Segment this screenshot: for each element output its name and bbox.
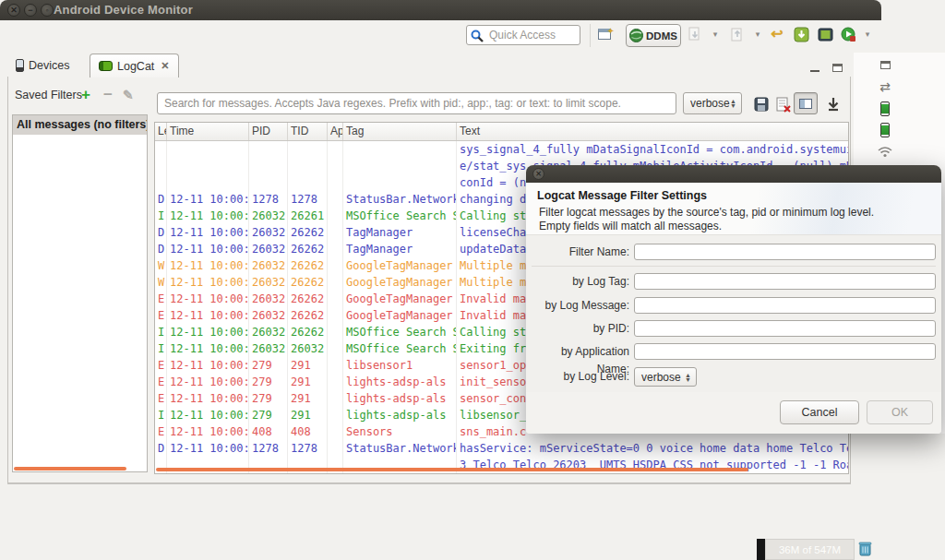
device-icon[interactable] <box>875 121 895 139</box>
screen-capture-icon[interactable] <box>817 26 833 42</box>
log-cell-time: 12-11 10:00: <box>167 191 249 208</box>
log-cell-app <box>328 257 343 274</box>
dialog-titlebar[interactable]: ✕ <box>526 165 941 183</box>
quick-access-box[interactable] <box>466 25 580 45</box>
log-cell-tag: lights-adsp-als <box>343 407 457 423</box>
filters-hscrollbar[interactable] <box>14 467 126 471</box>
dialog-input-by-log-message[interactable] <box>634 297 936 314</box>
window-titlebar[interactable]: ✕ − ◦ Android Device Monitor <box>0 0 881 20</box>
log-cell-tag: StatusBar.Network <box>343 191 457 208</box>
ok-button[interactable]: OK <box>867 400 933 424</box>
log-cell-pid: 1278 <box>249 191 288 208</box>
column-header-le[interactable]: Le <box>155 123 167 140</box>
device-icon[interactable] <box>875 100 895 118</box>
log-search-box[interactable] <box>157 92 676 114</box>
minimize-view-icon[interactable] <box>810 59 823 70</box>
tab-logcat-label: LogCat <box>117 60 154 73</box>
network-icon[interactable] <box>875 143 895 161</box>
dialog-log-level-combo[interactable]: verbose▲▼ <box>634 367 697 387</box>
column-header-text[interactable]: Text <box>457 123 848 140</box>
window-minimize-icon[interactable]: − <box>24 4 37 17</box>
log-cell-time <box>167 141 249 158</box>
chevron-down-icon[interactable]: ▾ <box>859 26 876 42</box>
log-row[interactable]: D12-11 10:00:12781278StatusBar.Networkha… <box>155 440 848 457</box>
saved-filters-list[interactable]: All messages (no filters) <box>12 114 148 472</box>
log-cell-app <box>328 158 343 174</box>
log-cell-tag <box>343 158 457 174</box>
run-lint-icon[interactable] <box>840 26 856 42</box>
log-cell-pid: 26032 <box>249 241 288 257</box>
clear-log-icon[interactable] <box>773 94 794 114</box>
log-cell-time: 12-11 10:00: <box>167 340 249 357</box>
edit-filter-button[interactable]: ✎ <box>123 88 134 102</box>
log-cell-pid: 26032 <box>249 257 288 274</box>
tab-close-icon[interactable]: ✕ <box>161 60 169 72</box>
log-cell-time: 12-11 10:00: <box>167 224 249 241</box>
main-toolbar: ✦ DDMS ▾ ▾ ↩ ▾ <box>0 20 881 52</box>
log-cell-time <box>167 174 249 191</box>
log-cell-pid: 279 <box>249 390 288 407</box>
column-header-ap[interactable]: Ap <box>328 123 343 140</box>
window-close-icon[interactable]: ✕ <box>7 4 20 17</box>
save-log-icon[interactable] <box>751 94 772 114</box>
back-arrow-icon[interactable]: ↩ <box>769 26 785 42</box>
logcat-icon <box>99 61 113 71</box>
remove-filter-button[interactable]: − <box>103 86 113 104</box>
threads-icon[interactable]: ⇄ <box>875 77 895 96</box>
dialog-field-label: by Log Message: <box>526 297 629 315</box>
log-cell-app <box>328 340 343 357</box>
dialog-description: Filter logcat messages by the source's t… <box>539 206 874 233</box>
log-cell-app <box>328 407 343 423</box>
log-cell-time: 12-11 10:00: <box>167 241 249 257</box>
log-cell-tag: MSOffice Search S <box>343 208 457 224</box>
tab-devices[interactable]: Devices <box>7 54 78 77</box>
window-maximize-icon[interactable]: ◦ <box>41 4 54 17</box>
log-cell-time: 12-11 10:00: <box>167 307 249 324</box>
log-cell-lvl: I <box>155 208 167 224</box>
log-level-combo[interactable]: verbose ▲▼ <box>683 92 742 114</box>
log-hscrollbar[interactable] <box>156 468 748 471</box>
log-cell-app <box>328 274 343 291</box>
add-filter-button[interactable]: + <box>81 86 90 104</box>
log-table-header[interactable]: LeTimePIDTIDApTagText <box>155 123 848 141</box>
quick-access-input[interactable] <box>487 27 578 43</box>
sdk-manager-icon[interactable] <box>793 26 809 42</box>
log-cell-tag: lights-adsp-als <box>343 374 457 390</box>
spinner-icon: ▲▼ <box>730 99 736 108</box>
log-cell-time: 12-11 10:00: <box>167 274 249 291</box>
cancel-button[interactable]: Cancel <box>780 400 859 424</box>
open-perspective-icon[interactable]: ✦ <box>596 26 613 42</box>
dialog-input-filter-name[interactable] <box>634 244 936 260</box>
column-header-time[interactable]: Time <box>167 123 249 140</box>
scroll-to-end-icon[interactable] <box>823 94 843 114</box>
dialog-button-bar: Cancel OK <box>526 392 941 434</box>
log-search-input[interactable] <box>162 94 673 113</box>
log-cell-tag <box>343 174 457 191</box>
dialog-input-by-application-name[interactable] <box>634 343 936 360</box>
garbage-collect-icon[interactable] <box>858 541 872 560</box>
column-header-tid[interactable]: TID <box>288 123 328 140</box>
tab-logcat[interactable]: LogCat ✕ <box>90 54 179 77</box>
column-header-tag[interactable]: Tag <box>343 123 457 140</box>
restore-view-icon[interactable] <box>875 55 895 74</box>
chevron-down-icon[interactable]: ▾ <box>749 26 766 42</box>
log-cell-tag: TagManager <box>343 224 457 241</box>
dialog-close-icon[interactable]: ✕ <box>532 168 544 180</box>
dialog-input-by-pid[interactable] <box>634 320 936 337</box>
dialog-log-level-value: verbose <box>635 371 685 384</box>
column-header-pid[interactable]: PID <box>249 123 288 140</box>
log-level-value: verbose <box>684 97 730 110</box>
ddms-perspective-button[interactable]: DDMS <box>626 24 681 47</box>
saved-filter-item[interactable]: All messages (no filters) <box>13 115 147 135</box>
log-cell-app <box>328 324 343 340</box>
log-cell-app <box>328 374 343 390</box>
display-filters-toggle-button[interactable] <box>794 92 818 114</box>
dialog-input-by-log-tag[interactable] <box>634 273 936 290</box>
log-cell-pid: 1278 <box>249 440 288 457</box>
dialog-field-row: by Log Message: <box>526 297 941 315</box>
log-cell-tag: Sensors <box>343 423 457 440</box>
log-cell-pid: 279 <box>249 407 288 423</box>
chevron-down-icon[interactable]: ▾ <box>707 26 724 42</box>
maximize-view-icon[interactable] <box>832 59 845 70</box>
log-row[interactable]: sys_signal_4_fully mDataSignalIconId = c… <box>155 141 848 158</box>
